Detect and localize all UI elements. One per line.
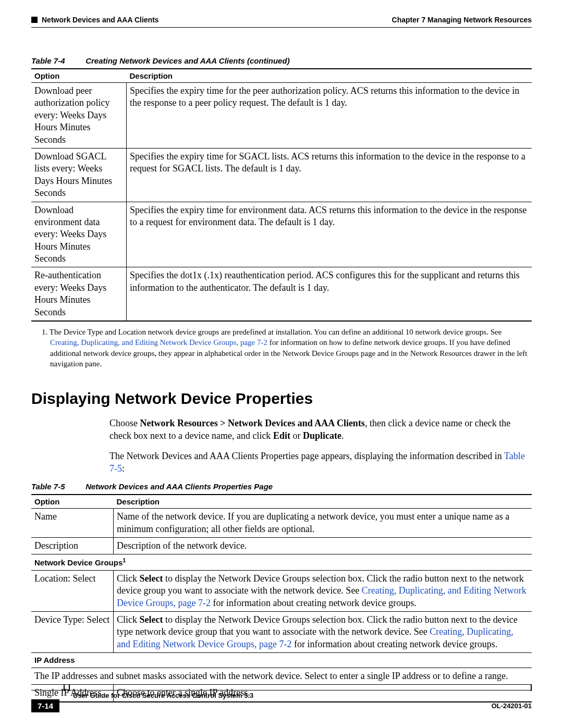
t74-head-desc: Description bbox=[127, 69, 532, 83]
loc-pre: Click bbox=[117, 573, 140, 584]
section-p1: Choose Network Resources > Network Devic… bbox=[31, 417, 532, 442]
page-number-badge: 7-14 bbox=[31, 699, 59, 712]
t74-r0-option: Download peer authorization policy every… bbox=[31, 83, 127, 149]
table74-footnote: 1. The Device Type and Location network … bbox=[42, 327, 532, 369]
table-row: Re-authentication every: Weeks Days Hour… bbox=[31, 267, 532, 321]
crop-mark-icon bbox=[69, 685, 70, 691]
header-section: Network Devices and AAA Clients bbox=[42, 16, 159, 24]
section-p2: The Network Devices and AAA Clients Prop… bbox=[31, 450, 532, 475]
t75-desc-o: Description bbox=[31, 538, 114, 554]
loc-b: Select bbox=[140, 573, 163, 584]
table-row: Download SGACL lists every: Weeks Days H… bbox=[31, 148, 532, 202]
page: Network Devices and AAA Clients Chapter … bbox=[0, 0, 563, 728]
fn-pre: The Device Type and Location network dev… bbox=[50, 328, 502, 336]
table-row: Download environment data every: Weeks D… bbox=[31, 202, 532, 267]
t74-r2-option: Download environment data every: Weeks D… bbox=[31, 202, 127, 267]
fn-link[interactable]: Creating, Duplicating, and Editing Netwo… bbox=[50, 338, 267, 347]
crop-mark-icon bbox=[64, 685, 65, 691]
table75-text: Network Devices and AAA Clients Properti… bbox=[85, 482, 273, 491]
t75-loc-o: Location: Select bbox=[31, 570, 114, 611]
crop-mark-icon bbox=[531, 685, 532, 691]
t75-name-o: Name bbox=[31, 509, 114, 538]
table75-num: Table 7-5 bbox=[31, 482, 83, 491]
p1-or: or bbox=[290, 430, 303, 441]
table-section-row: IP Address bbox=[31, 653, 532, 668]
p1-b2: Edit bbox=[273, 430, 290, 441]
t75-loc-d: Click Select to display the Network Devi… bbox=[114, 570, 532, 611]
t75-head-option: Option bbox=[31, 495, 114, 509]
footer-doc-number: OL-24201-01 bbox=[492, 702, 532, 710]
page-footer: User Guide for Cisco Secure Access Contr… bbox=[31, 690, 532, 712]
t75-head-desc: Description bbox=[114, 495, 532, 509]
table75-caption: Table 7-5 Network Devices and AAA Client… bbox=[31, 482, 532, 491]
p1-b3: Duplicate bbox=[303, 430, 341, 441]
t75-dt-o: Device Type: Select bbox=[31, 612, 114, 653]
t74-r2-desc: Specifies the expiry time for environmen… bbox=[127, 202, 532, 267]
table74-caption: Table 7-4 Creating Network Devices and A… bbox=[31, 56, 532, 65]
t75-ip-intro: The IP addresses and subnet masks associ… bbox=[31, 668, 532, 684]
p2-end: : bbox=[122, 463, 125, 474]
section-title: Displaying Network Device Properties bbox=[31, 390, 532, 408]
table-row: Device Type: Select Click Select to disp… bbox=[31, 612, 532, 653]
table-row: Description Description of the network d… bbox=[31, 538, 532, 554]
p1-b1: Network Resources > Network Devices and … bbox=[140, 418, 365, 428]
table-row: The IP addresses and subnet masks associ… bbox=[31, 668, 532, 684]
footnote-ref-icon: 1 bbox=[123, 557, 126, 563]
header-chapter: Chapter 7 Managing Network Resources bbox=[392, 16, 532, 24]
table-row: Name Name of the network device. If you … bbox=[31, 509, 532, 538]
loc-post: for information about creating network d… bbox=[211, 598, 417, 608]
table-row: Download peer authorization policy every… bbox=[31, 83, 532, 149]
t75-sec-ndg: Network Device Groups1 bbox=[31, 554, 532, 571]
header-marker-icon bbox=[31, 17, 38, 23]
t75-sec-ip: IP Address bbox=[31, 653, 532, 668]
t74-head-option: Option bbox=[31, 69, 127, 83]
dt-post: for information about creating network d… bbox=[291, 639, 497, 649]
p1-end: . bbox=[341, 430, 344, 441]
t74-r1-desc: Specifies the expiry time for SGACL list… bbox=[127, 148, 532, 202]
p2-pre: The Network Devices and AAA Clients Prop… bbox=[109, 451, 504, 461]
table75: Option Description Name Name of the netw… bbox=[31, 494, 532, 702]
dt-b: Select bbox=[140, 614, 163, 625]
header-rule bbox=[31, 27, 532, 28]
t74-r1-option: Download SGACL lists every: Weeks Days H… bbox=[31, 148, 127, 202]
running-header: Network Devices and AAA Clients Chapter … bbox=[31, 16, 532, 24]
t75-sec-ndg-text: Network Device Groups bbox=[34, 558, 123, 567]
table74-num: Table 7-4 bbox=[31, 56, 83, 65]
t74-r0-desc: Specifies the expiry time for the peer a… bbox=[127, 83, 532, 149]
table-row: Location: Select Click Select to display… bbox=[31, 570, 532, 611]
t74-r3-option: Re-authentication every: Weeks Days Hour… bbox=[31, 267, 127, 321]
table74-text: Creating Network Devices and AAA Clients… bbox=[85, 56, 289, 65]
footer-guide-title: User Guide for Cisco Secure Access Contr… bbox=[31, 690, 253, 699]
fn-num: 1. bbox=[42, 328, 47, 336]
table-section-row: Network Device Groups1 bbox=[31, 554, 532, 571]
table74: Option Description Download peer authori… bbox=[31, 68, 532, 322]
t75-desc-d: Description of the network device. bbox=[114, 538, 532, 554]
t74-r3-desc: Specifies the dot1x (.1x) reauthenticati… bbox=[127, 267, 532, 321]
p1-pre: Choose bbox=[109, 418, 140, 428]
dt-pre: Click bbox=[117, 614, 140, 625]
t75-name-d: Name of the network device. If you are d… bbox=[114, 509, 532, 538]
t75-dt-d: Click Select to display the Network Devi… bbox=[114, 612, 532, 653]
